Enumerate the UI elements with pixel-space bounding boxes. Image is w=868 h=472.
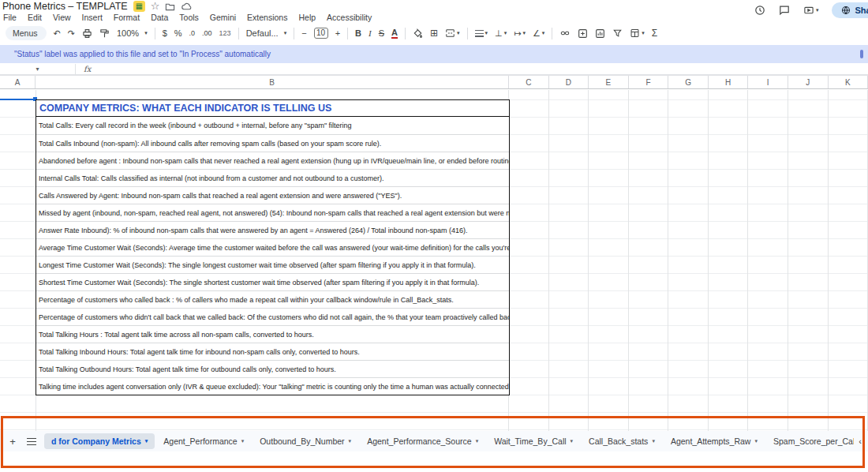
sheet-tab-strip: + d for Company Metrics ▾ Agent_Performa… (0, 431, 868, 451)
add-sheet-button[interactable]: + (5, 436, 21, 448)
table-row-cell[interactable]: Percentage of customers who called back … (36, 290, 509, 308)
sheet-tab[interactable]: Wait_Time_By_Call ▾ (487, 433, 580, 449)
decrease-decimal-button[interactable]: .0 (189, 28, 196, 38)
decrease-font-size-button[interactable]: − (301, 28, 306, 38)
column-header[interactable]: E (589, 76, 629, 88)
chevron-down-icon: ▾ (476, 438, 479, 444)
metrics-table: COMPANY METRICS: WHAT EACH INDICATOR IS … (36, 99, 510, 395)
toolbar-divider (347, 28, 348, 39)
table-row-cell[interactable]: Talking time includes agent conversation… (36, 377, 509, 395)
menu-item[interactable]: Help (298, 13, 316, 22)
menu-item[interactable]: Insert (82, 13, 103, 22)
chevron-down-icon: ▾ (241, 438, 245, 444)
table-row-cell[interactable]: Longest Time Customer Wait (Seconds): Th… (36, 256, 509, 273)
menu-item[interactable]: File (3, 13, 17, 22)
insert-chart-button[interactable] (595, 28, 605, 39)
table-row-cell[interactable]: Calls Answered by Agent: Inbound non-spa… (36, 186, 509, 204)
table-row-cell[interactable]: Answer Rate Inbound): % of inbound non-s… (36, 221, 509, 238)
more-formats-button[interactable]: 123 (219, 28, 231, 38)
sheet-tab[interactable]: Outbound_By_Number ▾ (253, 433, 358, 449)
fill-color-button[interactable] (413, 28, 423, 39)
sheet-tab[interactable]: Spam_Score_per_Call ▾ (766, 433, 854, 449)
cloud-status-icon[interactable] (181, 2, 192, 12)
all-sheets-icon[interactable] (27, 438, 36, 445)
format-currency-button[interactable]: $ (163, 28, 167, 38)
move-folder-icon[interactable] (165, 2, 175, 12)
sheet-tab[interactable]: Agent_Performance_Source ▾ (360, 433, 485, 449)
table-row-cell[interactable]: Total Talking Hours : Total agent talk t… (36, 325, 509, 343)
text-rotation-button[interactable]: ∠▾ (533, 28, 544, 38)
table-row-cell[interactable]: Internal Calls Total: Calls classified a… (36, 169, 509, 186)
italic-button[interactable]: I (369, 28, 372, 38)
merge-cells-button[interactable]: ▾ (445, 28, 460, 38)
table-row-cell[interactable]: Percentage of customers who didn't call … (36, 308, 509, 325)
sheet-tab[interactable]: d for Company Metrics ▾ (44, 433, 155, 449)
increase-decimal-button[interactable]: .00 (202, 28, 212, 38)
table-views-button[interactable]: ▾ (630, 28, 645, 38)
functions-button[interactable]: Σ (652, 28, 657, 38)
menu-item[interactable]: View (53, 13, 71, 22)
horizontal-align-button[interactable]: ▾ (475, 28, 488, 38)
table-row-cell[interactable]: Total Calls: Every call record in the we… (36, 117, 509, 134)
vertical-align-button[interactable]: ⊥▾ (495, 28, 507, 38)
increase-font-size-button[interactable]: + (335, 28, 340, 38)
sheet-tab[interactable]: Call_Back_stats ▾ (582, 433, 662, 449)
star-icon[interactable]: ☆ (151, 2, 160, 11)
title-row: Phone Metrics – TEMPLATE ▦ ☆ ▾ Share (0, 0, 868, 13)
column-header[interactable]: H (709, 76, 749, 88)
format-percent-button[interactable]: % (174, 28, 182, 38)
menu-item[interactable]: Format (114, 13, 140, 22)
redo-button[interactable]: ↷ (68, 28, 75, 38)
fx-icon: fx (84, 65, 91, 73)
insert-comment-button[interactable] (578, 28, 588, 39)
column-header[interactable]: A (0, 76, 36, 88)
undo-button[interactable]: ↶ (54, 28, 61, 38)
column-header[interactable]: B (36, 76, 509, 88)
grid-body[interactable]: COMPANY METRICS: WHAT EACH INDICATOR IS … (0, 90, 868, 431)
grid-columns (509, 90, 868, 431)
paint-format-button[interactable] (99, 28, 110, 39)
borders-button[interactable]: ⊞ (430, 28, 438, 38)
menu-item[interactable]: Edit (28, 13, 42, 22)
menu-item[interactable]: Extensions (247, 13, 287, 22)
table-row-cell[interactable]: Missed by agent (inbound, non-spam, reac… (36, 204, 509, 221)
menu-item[interactable]: Accessibility (327, 13, 372, 22)
column-header[interactable]: G (668, 76, 709, 88)
formula-input[interactable] (91, 64, 868, 74)
menu-item[interactable]: Tools (179, 13, 199, 22)
sheet-tab[interactable]: Agent_Attempts_Raw ▾ (664, 433, 765, 449)
table-row-cell[interactable]: Total Talking Inbound Hours: Total agent… (36, 343, 509, 360)
text-wrap-button[interactable]: ↦▾ (514, 28, 526, 38)
print-button[interactable] (82, 28, 92, 39)
sheet-tab[interactable]: Agent_Performance ▾ (156, 433, 251, 449)
menu-item[interactable]: Gemini (210, 13, 236, 22)
column-header[interactable]: C (509, 76, 549, 88)
table-row-cell[interactable]: Total Calls Inbound (non-spam): All inbo… (36, 134, 509, 152)
column-header[interactable]: J (788, 76, 829, 88)
column-header[interactable]: F (629, 76, 669, 88)
menu-item[interactable]: Data (151, 13, 168, 22)
name-box[interactable]: ▾ (0, 64, 76, 74)
insert-link-button[interactable] (559, 28, 571, 38)
toolbar-divider (155, 28, 155, 39)
bold-button[interactable]: B (355, 28, 361, 38)
column-header[interactable]: K (829, 76, 868, 88)
zoom-menu[interactable]: 100% ▾ (117, 28, 148, 38)
table-row-cell[interactable]: Total Talking Outbound Hours: Total agen… (36, 360, 509, 377)
table-title-cell[interactable]: COMPANY METRICS: WHAT EACH INDICATOR IS … (36, 100, 509, 117)
font-size-input[interactable]: 10 (314, 28, 328, 39)
table-row-cell[interactable]: Abandoned before agent : Inbound non-spa… (36, 152, 509, 169)
toolbar-search-menus[interactable]: Menus (6, 26, 47, 40)
create-filter-button[interactable] (612, 28, 623, 38)
document-title[interactable]: Phone Metrics – TEMPLATE (2, 1, 128, 12)
banner-dismiss-button[interactable] (860, 50, 863, 58)
chevron-down-icon: ▾ (145, 438, 148, 444)
font-menu[interactable]: Defaul... ▾ (246, 28, 287, 38)
column-header[interactable]: D (549, 76, 589, 88)
table-row-cell[interactable]: Average Time Customer Wait (Seconds): Av… (36, 238, 509, 256)
text-color-button[interactable]: A (391, 28, 398, 39)
strikethrough-button[interactable]: S (379, 28, 384, 38)
table-row-cell[interactable]: Shortest Time Customer Wait (Seconds): T… (36, 273, 509, 290)
tab-scroll-left-button[interactable]: ‹ (855, 436, 868, 446)
column-header[interactable]: I (748, 76, 788, 88)
